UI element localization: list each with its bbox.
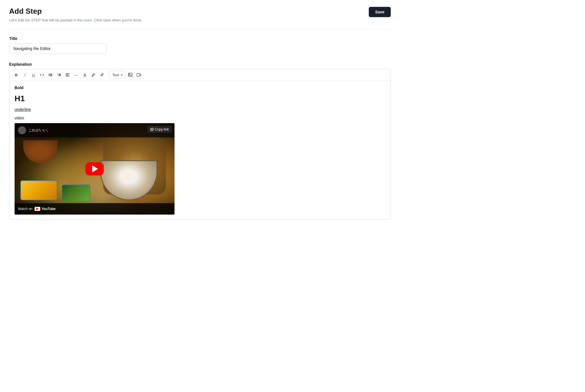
svg-point-1 (49, 75, 50, 75)
svg-rect-8 (59, 74, 61, 74)
editor-video-label: video (15, 116, 385, 120)
ordered-list-button[interactable]: 1. 2. (55, 71, 63, 79)
font-color-button[interactable]: A (81, 71, 89, 79)
youtube-icon (35, 207, 40, 211)
bullet-list-button[interactable] (47, 71, 55, 79)
svg-rect-10 (59, 75, 61, 76)
video-thumbnail: これがいい。 Copy link (15, 123, 175, 215)
svg-point-0 (49, 74, 50, 75)
svg-rect-4 (50, 75, 52, 75)
title-input[interactable] (9, 43, 106, 54)
green-dish (62, 185, 90, 202)
svg-rect-3 (50, 74, 52, 74)
svg-rect-11 (66, 73, 70, 74)
svg-rect-5 (50, 75, 52, 76)
explanation-section: Explanation B I U (9, 62, 391, 219)
copy-link-button[interactable]: Copy link (147, 126, 172, 133)
text-style-dropdown[interactable]: Text (110, 71, 126, 79)
svg-rect-16 (137, 73, 140, 76)
play-triangle-icon (92, 165, 98, 172)
editor-content[interactable]: Bold H1 underline video (9, 81, 390, 219)
editor-bold-text: Bold (15, 85, 385, 90)
title-label: Title (9, 36, 391, 41)
page-title: Add Step (9, 7, 391, 16)
svg-text:2.: 2. (57, 74, 58, 76)
page-subtitle: Let's edit the STEP that will be packed … (9, 18, 391, 22)
link-button[interactable] (98, 71, 106, 79)
separator-button[interactable]: — (72, 71, 80, 79)
align-button[interactable] (64, 71, 72, 79)
egg-dish (20, 180, 57, 200)
page-container: Save Add Step Let's edit the STEP that w… (0, 0, 400, 226)
svg-rect-13 (66, 76, 70, 76)
youtube-play-icon (36, 207, 39, 210)
video-bottom-bar: Watch on YouTube (15, 203, 175, 215)
play-button[interactable] (85, 162, 104, 175)
italic-button[interactable]: I (21, 71, 29, 79)
save-button[interactable]: Save (369, 7, 391, 17)
code-button[interactable] (38, 71, 46, 79)
editor-toolbar: B I U (9, 69, 390, 81)
channel-name: これがいい。 (28, 128, 51, 133)
text-style-label: Text (112, 73, 119, 77)
editor-underline-text: underline (15, 107, 385, 112)
youtube-label: YouTube (41, 207, 56, 211)
svg-point-2 (49, 75, 50, 76)
highlight-button[interactable] (89, 71, 97, 79)
channel-icon (18, 126, 26, 134)
explanation-label: Explanation (9, 62, 391, 67)
editor-wrapper: B I U (9, 69, 391, 219)
section-divider (9, 29, 391, 29)
svg-rect-9 (59, 75, 61, 75)
bold-button[interactable]: B (12, 71, 20, 79)
toolbar-divider (108, 72, 108, 78)
title-field: Title (9, 36, 391, 54)
video-container: これがいい。 Copy link (15, 123, 175, 215)
underline-button[interactable]: U (29, 71, 37, 79)
editor-h1-text: H1 (15, 94, 385, 103)
watch-on-label: Watch on (18, 207, 32, 211)
youtube-logo: YouTube (35, 207, 56, 211)
svg-rect-12 (66, 75, 69, 75)
image-button[interactable] (126, 71, 134, 79)
copy-link-label: Copy link (155, 127, 169, 131)
video-embed-button[interactable] (135, 71, 143, 79)
